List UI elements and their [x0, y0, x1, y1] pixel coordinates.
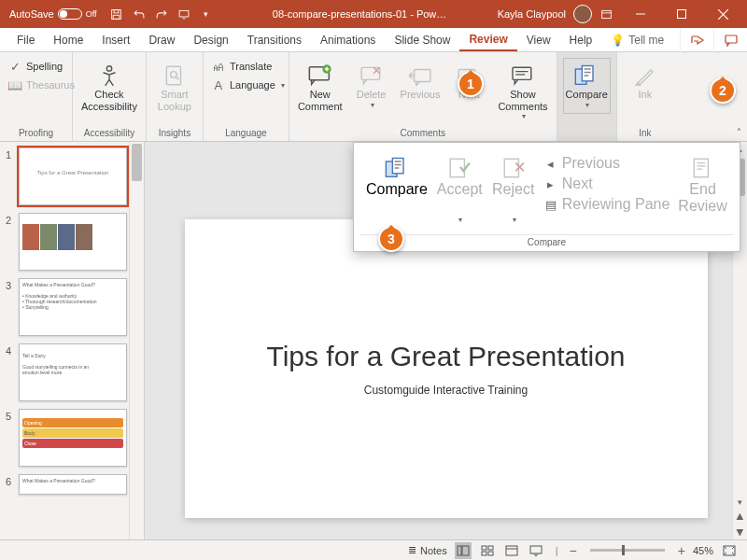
dropdown-end-review-button[interactable]: End Review [675, 150, 729, 220]
thesaurus-button[interactable]: 📖Thesaurus [6, 77, 77, 93]
previous-comment-label: Previous [401, 89, 441, 101]
tell-me-search[interactable]: 💡 Tell me [611, 28, 664, 51]
thumbnail-4[interactable]: 4 Tell a StoryGood storytelling connects… [6, 343, 127, 401]
prev-slide-icon[interactable]: ⯅ [733, 510, 747, 525]
notes-button[interactable]: ≣Notes [408, 544, 447, 556]
next-icon: ▸ [543, 176, 558, 191]
zoom-out-button[interactable]: − [570, 543, 577, 558]
tab-home[interactable]: Home [44, 28, 92, 51]
smart-lookup-icon [162, 63, 187, 89]
share-button[interactable] [680, 28, 713, 52]
qat-dropdown-icon[interactable]: ▾ [200, 7, 213, 21]
maximize-button[interactable] [661, 0, 702, 28]
slide-canvas[interactable]: Tips for a Great Presentation Customguid… [185, 219, 708, 518]
dropdown-next-button[interactable]: ▸Next [542, 175, 672, 193]
fit-to-window-icon[interactable] [721, 542, 738, 559]
delete-comment-button[interactable]: Delete▾ [349, 58, 394, 114]
tab-view[interactable]: View [517, 28, 560, 51]
group-ink: Ink Ink [617, 52, 673, 141]
thumbnail-1[interactable]: 1 Tips for a Great Presentation [6, 147, 127, 205]
zoom-slider[interactable] [590, 549, 665, 552]
language-icon: A [211, 77, 226, 92]
svg-rect-9 [726, 35, 737, 43]
tab-review[interactable]: Review [459, 28, 516, 51]
new-comment-button[interactable]: New Comment [295, 58, 345, 117]
accessibility-icon [97, 63, 121, 89]
avatar-icon[interactable] [573, 5, 592, 23]
thumbnail-5[interactable]: 5 Opening Body Close [6, 409, 127, 467]
zoom-in-button[interactable]: + [678, 543, 685, 558]
tab-insert[interactable]: Insert [92, 28, 139, 51]
tab-file[interactable]: File [7, 28, 44, 51]
thumbnail-3[interactable]: 3 What Makes a Presentation Good?• Knowl… [6, 278, 127, 336]
ink-button[interactable]: Ink [623, 58, 668, 105]
redo-icon[interactable] [155, 7, 168, 21]
normal-view-icon[interactable] [455, 542, 472, 559]
dropdown-reject-button[interactable]: Reject▾ [489, 150, 538, 229]
slide-title: Tips for a Great Presentation [266, 341, 625, 372]
zoom-value[interactable]: 45% [693, 545, 713, 556]
previous-comment-button[interactable]: Previous [398, 58, 444, 105]
callout-3: 3 [378, 226, 404, 252]
svg-point-10 [106, 66, 111, 71]
quick-access-toolbar: ▾ [110, 7, 213, 21]
translate-label: Translate [230, 61, 272, 72]
undo-icon[interactable] [133, 7, 146, 21]
svg-rect-32 [506, 546, 517, 555]
dropdown-previous-label: Previous [562, 155, 620, 172]
tab-animations[interactable]: Animations [311, 28, 385, 51]
group-insights: Smart Lookup Insights [147, 52, 204, 141]
compare-button[interactable]: Compare▾ [563, 58, 611, 114]
new-comment-label: New Comment [298, 89, 343, 112]
next-slide-icon[interactable]: ⯆ [733, 525, 747, 539]
language-button[interactable]: ALanguage▾ [209, 77, 287, 93]
chevron-down-icon: ▾ [458, 216, 462, 224]
dropdown-accept-button[interactable]: Accept▾ [434, 150, 486, 229]
svg-rect-25 [694, 159, 708, 177]
callout-2: 2 [710, 77, 736, 104]
ribbon-options-icon[interactable] [599, 7, 613, 21]
tab-help[interactable]: Help [560, 28, 602, 51]
dropdown-previous-button[interactable]: ◂Previous [542, 154, 672, 173]
collapse-ribbon-icon[interactable]: ˄ [737, 127, 741, 137]
delete-comment-label: Delete [357, 89, 387, 101]
dropdown-reviewing-pane-button[interactable]: ▤Reviewing Pane [542, 195, 672, 214]
thumbnail-6[interactable]: 6 What Makes a Presentation Good? [6, 474, 127, 495]
start-slideshow-icon[interactable] [177, 7, 190, 21]
minimize-button[interactable] [620, 0, 661, 28]
reject-icon [501, 155, 526, 181]
dropdown-compare-button[interactable]: Compare [363, 150, 430, 203]
translate-button[interactable]: 🗚Translate [209, 58, 287, 75]
save-icon[interactable] [110, 7, 123, 21]
dropdown-accept-label: Accept [437, 181, 483, 198]
svg-rect-11 [166, 66, 180, 85]
tab-draw[interactable]: Draw [139, 28, 184, 51]
close-button[interactable] [702, 0, 743, 28]
check-accessibility-button[interactable]: Check Accessibility [78, 58, 140, 117]
new-comment-icon [307, 63, 333, 89]
comments-button[interactable] [713, 28, 747, 52]
compare-dropdown-panel: Compare Accept▾ Reject▾ ◂Previous ▸Next … [353, 142, 740, 252]
slideshow-view-icon[interactable] [528, 542, 544, 559]
thumbnail-preview: Opening Body Close [19, 409, 127, 467]
compare-icon [573, 63, 599, 89]
insights-group-title: Insights [152, 128, 197, 141]
show-comments-button[interactable]: Show Comments▾ [495, 58, 550, 125]
tab-transitions[interactable]: Transitions [238, 28, 311, 51]
previous-comment-icon [408, 63, 432, 89]
slide-sorter-icon[interactable] [479, 542, 496, 559]
svg-rect-20 [583, 66, 594, 81]
smart-lookup-button[interactable]: Smart Lookup [152, 58, 197, 117]
tab-slideshow[interactable]: Slide Show [385, 28, 459, 51]
reading-view-icon[interactable] [503, 542, 520, 559]
autosave-toggle[interactable]: AutoSave Off [9, 8, 97, 20]
thumbnails-scrollbar[interactable] [129, 142, 144, 539]
svg-rect-1 [114, 9, 119, 12]
scroll-down-icon[interactable]: ▾ [733, 495, 747, 510]
tab-design[interactable]: Design [184, 28, 237, 51]
chevron-down-icon: ▾ [522, 112, 526, 120]
spelling-button[interactable]: ✓Spelling [6, 58, 77, 75]
proofing-group-title: Proofing [6, 128, 66, 141]
chevron-down-icon: ▾ [371, 101, 374, 109]
thumbnail-2[interactable]: 2 [6, 213, 127, 271]
